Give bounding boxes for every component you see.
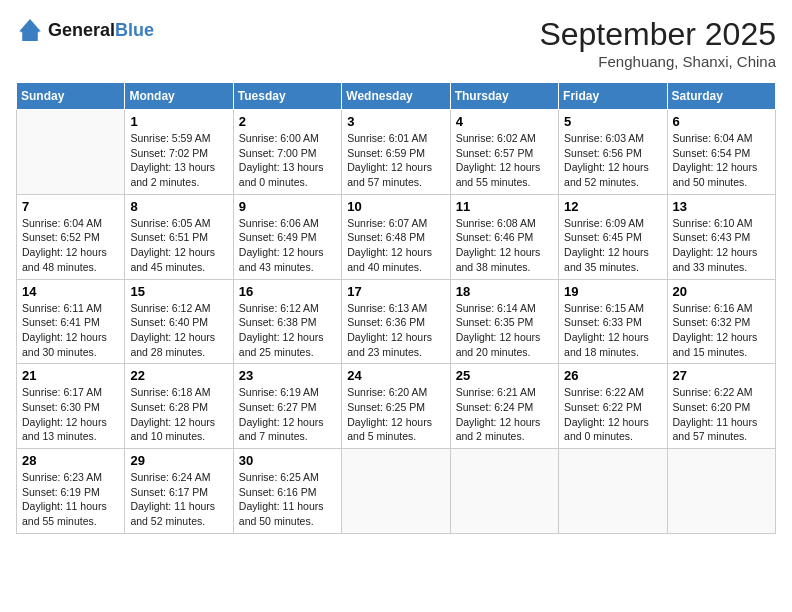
- day-info: Sunrise: 6:10 AMSunset: 6:43 PMDaylight:…: [673, 216, 770, 275]
- day-info: Sunrise: 6:01 AMSunset: 6:59 PMDaylight:…: [347, 131, 444, 190]
- day-info: Sunrise: 6:06 AMSunset: 6:49 PMDaylight:…: [239, 216, 336, 275]
- calendar-cell: 28Sunrise: 6:23 AMSunset: 6:19 PMDayligh…: [17, 449, 125, 534]
- calendar-cell: 27Sunrise: 6:22 AMSunset: 6:20 PMDayligh…: [667, 364, 775, 449]
- month-title: September 2025: [539, 16, 776, 53]
- calendar-cell: 24Sunrise: 6:20 AMSunset: 6:25 PMDayligh…: [342, 364, 450, 449]
- calendar-cell: [450, 449, 558, 534]
- calendar-cell: 8Sunrise: 6:05 AMSunset: 6:51 PMDaylight…: [125, 194, 233, 279]
- day-of-week-header: Tuesday: [233, 83, 341, 110]
- day-number: 9: [239, 199, 336, 214]
- calendar-cell: 16Sunrise: 6:12 AMSunset: 6:38 PMDayligh…: [233, 279, 341, 364]
- title-area: September 2025 Fenghuang, Shanxi, China: [539, 16, 776, 70]
- day-number: 8: [130, 199, 227, 214]
- day-number: 26: [564, 368, 661, 383]
- calendar-cell: [667, 449, 775, 534]
- day-number: 5: [564, 114, 661, 129]
- calendar-table: SundayMondayTuesdayWednesdayThursdayFrid…: [16, 82, 776, 534]
- calendar-cell: 22Sunrise: 6:18 AMSunset: 6:28 PMDayligh…: [125, 364, 233, 449]
- calendar-cell: 12Sunrise: 6:09 AMSunset: 6:45 PMDayligh…: [559, 194, 667, 279]
- day-number: 27: [673, 368, 770, 383]
- day-number: 7: [22, 199, 119, 214]
- calendar-cell: 21Sunrise: 6:17 AMSunset: 6:30 PMDayligh…: [17, 364, 125, 449]
- day-info: Sunrise: 6:05 AMSunset: 6:51 PMDaylight:…: [130, 216, 227, 275]
- day-number: 10: [347, 199, 444, 214]
- day-info: Sunrise: 5:59 AMSunset: 7:02 PMDaylight:…: [130, 131, 227, 190]
- location: Fenghuang, Shanxi, China: [539, 53, 776, 70]
- calendar-cell: [559, 449, 667, 534]
- day-number: 30: [239, 453, 336, 468]
- day-info: Sunrise: 6:20 AMSunset: 6:25 PMDaylight:…: [347, 385, 444, 444]
- day-number: 2: [239, 114, 336, 129]
- day-number: 25: [456, 368, 553, 383]
- day-info: Sunrise: 6:18 AMSunset: 6:28 PMDaylight:…: [130, 385, 227, 444]
- calendar-cell: 4Sunrise: 6:02 AMSunset: 6:57 PMDaylight…: [450, 110, 558, 195]
- day-number: 22: [130, 368, 227, 383]
- logo: GeneralBlue: [16, 16, 154, 44]
- day-number: 21: [22, 368, 119, 383]
- calendar-cell: 10Sunrise: 6:07 AMSunset: 6:48 PMDayligh…: [342, 194, 450, 279]
- day-number: 29: [130, 453, 227, 468]
- calendar-cell: 17Sunrise: 6:13 AMSunset: 6:36 PMDayligh…: [342, 279, 450, 364]
- day-number: 18: [456, 284, 553, 299]
- day-info: Sunrise: 6:07 AMSunset: 6:48 PMDaylight:…: [347, 216, 444, 275]
- day-of-week-header: Monday: [125, 83, 233, 110]
- day-number: 3: [347, 114, 444, 129]
- day-info: Sunrise: 6:12 AMSunset: 6:38 PMDaylight:…: [239, 301, 336, 360]
- calendar-week-row: 1Sunrise: 5:59 AMSunset: 7:02 PMDaylight…: [17, 110, 776, 195]
- day-number: 20: [673, 284, 770, 299]
- day-number: 1: [130, 114, 227, 129]
- day-info: Sunrise: 6:17 AMSunset: 6:30 PMDaylight:…: [22, 385, 119, 444]
- day-info: Sunrise: 6:22 AMSunset: 6:22 PMDaylight:…: [564, 385, 661, 444]
- calendar-cell: [17, 110, 125, 195]
- day-info: Sunrise: 6:09 AMSunset: 6:45 PMDaylight:…: [564, 216, 661, 275]
- page-header: GeneralBlue September 2025 Fenghuang, Sh…: [16, 16, 776, 70]
- day-number: 6: [673, 114, 770, 129]
- day-number: 12: [564, 199, 661, 214]
- day-of-week-header: Thursday: [450, 83, 558, 110]
- day-info: Sunrise: 6:16 AMSunset: 6:32 PMDaylight:…: [673, 301, 770, 360]
- day-info: Sunrise: 6:22 AMSunset: 6:20 PMDaylight:…: [673, 385, 770, 444]
- day-of-week-header: Friday: [559, 83, 667, 110]
- day-info: Sunrise: 6:04 AMSunset: 6:54 PMDaylight:…: [673, 131, 770, 190]
- day-number: 19: [564, 284, 661, 299]
- calendar-cell: 26Sunrise: 6:22 AMSunset: 6:22 PMDayligh…: [559, 364, 667, 449]
- day-info: Sunrise: 6:25 AMSunset: 6:16 PMDaylight:…: [239, 470, 336, 529]
- day-info: Sunrise: 6:08 AMSunset: 6:46 PMDaylight:…: [456, 216, 553, 275]
- day-info: Sunrise: 6:13 AMSunset: 6:36 PMDaylight:…: [347, 301, 444, 360]
- calendar-week-row: 14Sunrise: 6:11 AMSunset: 6:41 PMDayligh…: [17, 279, 776, 364]
- day-number: 24: [347, 368, 444, 383]
- day-number: 16: [239, 284, 336, 299]
- day-number: 15: [130, 284, 227, 299]
- calendar-header-row: SundayMondayTuesdayWednesdayThursdayFrid…: [17, 83, 776, 110]
- calendar-cell: 3Sunrise: 6:01 AMSunset: 6:59 PMDaylight…: [342, 110, 450, 195]
- day-number: 13: [673, 199, 770, 214]
- day-of-week-header: Saturday: [667, 83, 775, 110]
- day-info: Sunrise: 6:11 AMSunset: 6:41 PMDaylight:…: [22, 301, 119, 360]
- calendar-cell: 14Sunrise: 6:11 AMSunset: 6:41 PMDayligh…: [17, 279, 125, 364]
- day-number: 4: [456, 114, 553, 129]
- calendar-cell: 19Sunrise: 6:15 AMSunset: 6:33 PMDayligh…: [559, 279, 667, 364]
- day-number: 28: [22, 453, 119, 468]
- day-info: Sunrise: 6:12 AMSunset: 6:40 PMDaylight:…: [130, 301, 227, 360]
- day-info: Sunrise: 6:14 AMSunset: 6:35 PMDaylight:…: [456, 301, 553, 360]
- calendar-cell: 1Sunrise: 5:59 AMSunset: 7:02 PMDaylight…: [125, 110, 233, 195]
- day-info: Sunrise: 6:24 AMSunset: 6:17 PMDaylight:…: [130, 470, 227, 529]
- calendar-cell: 20Sunrise: 6:16 AMSunset: 6:32 PMDayligh…: [667, 279, 775, 364]
- day-info: Sunrise: 6:19 AMSunset: 6:27 PMDaylight:…: [239, 385, 336, 444]
- calendar-cell: 11Sunrise: 6:08 AMSunset: 6:46 PMDayligh…: [450, 194, 558, 279]
- calendar-cell: 2Sunrise: 6:00 AMSunset: 7:00 PMDaylight…: [233, 110, 341, 195]
- calendar-week-row: 28Sunrise: 6:23 AMSunset: 6:19 PMDayligh…: [17, 449, 776, 534]
- day-number: 17: [347, 284, 444, 299]
- day-number: 14: [22, 284, 119, 299]
- day-info: Sunrise: 6:15 AMSunset: 6:33 PMDaylight:…: [564, 301, 661, 360]
- day-number: 23: [239, 368, 336, 383]
- calendar-cell: 15Sunrise: 6:12 AMSunset: 6:40 PMDayligh…: [125, 279, 233, 364]
- day-info: Sunrise: 6:21 AMSunset: 6:24 PMDaylight:…: [456, 385, 553, 444]
- day-of-week-header: Sunday: [17, 83, 125, 110]
- day-number: 11: [456, 199, 553, 214]
- calendar-cell: 6Sunrise: 6:04 AMSunset: 6:54 PMDaylight…: [667, 110, 775, 195]
- calendar-cell: 25Sunrise: 6:21 AMSunset: 6:24 PMDayligh…: [450, 364, 558, 449]
- day-of-week-header: Wednesday: [342, 83, 450, 110]
- calendar-cell: 29Sunrise: 6:24 AMSunset: 6:17 PMDayligh…: [125, 449, 233, 534]
- logo-icon: [16, 16, 44, 44]
